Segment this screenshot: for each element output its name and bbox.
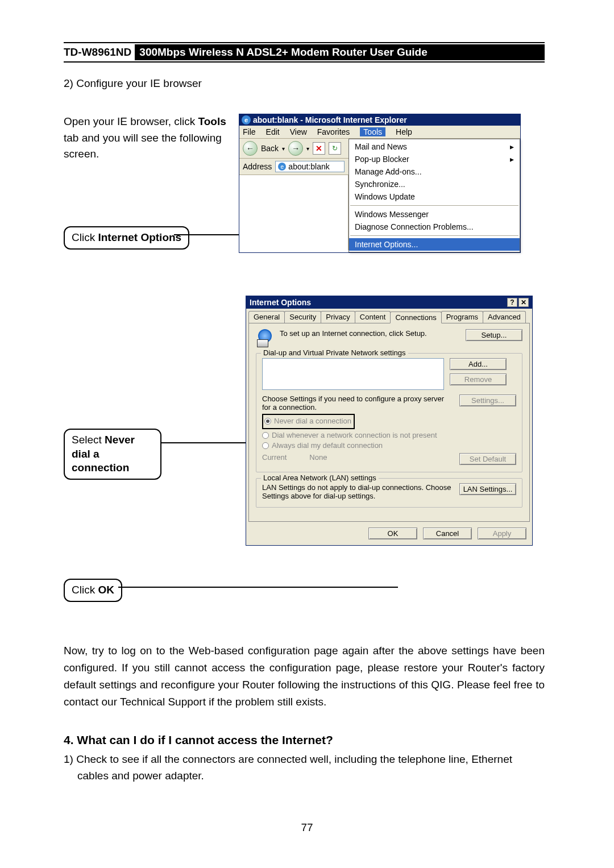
tools-sync[interactable]: Synchronize... xyxy=(349,178,520,190)
internet-options-dialog: Internet Options ? ✕ General Security Pr… xyxy=(246,296,533,546)
back-dropdown-icon[interactable]: ▾ xyxy=(282,146,285,152)
callout3-pre: Click xyxy=(72,584,98,596)
radio-never-label: Never dial a connection xyxy=(274,417,351,425)
radio-always-label: Always dial my default connection xyxy=(272,441,383,450)
menu-help[interactable]: Help xyxy=(396,127,412,136)
add-button[interactable]: Add... xyxy=(450,358,507,370)
back-label: Back xyxy=(261,144,279,153)
radio-always[interactable]: Always dial my default connection xyxy=(262,441,516,450)
io-title: Internet Options xyxy=(250,298,311,307)
callout-box-3: Click OK xyxy=(64,579,122,602)
io-setup-text: To set up an Internet connection, click … xyxy=(280,329,460,338)
forward-dropdown-icon[interactable]: ▾ xyxy=(306,146,309,152)
address-icon: e xyxy=(278,163,286,171)
back-button-icon[interactable]: ← xyxy=(243,141,258,156)
tools-diagnose-label: Diagnose Connection Problems... xyxy=(355,222,474,231)
radio-whenever[interactable]: Dial whenever a network connection is no… xyxy=(262,431,516,439)
tools-mail[interactable]: Mail and News ▸ xyxy=(349,140,520,153)
tab-general[interactable]: General xyxy=(248,311,285,323)
lan-fieldset: Local Area Network (LAN) settings LAN Se… xyxy=(256,478,522,508)
ie-titlebar: e about:blank - Microsoft Internet Explo… xyxy=(239,114,520,126)
current-value: None xyxy=(309,453,327,465)
io-titlebar: Internet Options ? ✕ xyxy=(246,296,532,309)
q4-heading: 4. What can I do if I cannot access the … xyxy=(64,733,545,747)
ie-logo-icon: e xyxy=(242,115,251,124)
tools-addons[interactable]: Manage Add-ons... xyxy=(349,165,520,178)
address-label: Address xyxy=(243,162,272,171)
connection-icon xyxy=(256,329,274,347)
tools-popup[interactable]: Pop-up Blocker ▸ xyxy=(349,153,520,165)
menu-tools[interactable]: Tools xyxy=(360,127,385,136)
callout-box-1: Click Internet Options xyxy=(64,226,189,250)
lan-settings-button[interactable]: LAN Settings... xyxy=(459,483,516,495)
stop-button-icon[interactable]: ✕ xyxy=(313,142,325,155)
callout3-bold: OK xyxy=(98,584,114,596)
tools-internet-options[interactable]: Internet Options... xyxy=(349,238,520,251)
intro-text: Open your IE browser, click Tools tab an… xyxy=(64,114,229,163)
dialup-fieldset: Dial-up and Virtual Private Network sett… xyxy=(256,353,522,472)
callout-never-dial: Select Never dial a connection xyxy=(64,429,161,480)
lan-text: LAN Settings do not apply to dial-up con… xyxy=(262,483,455,500)
dialup-list-buttons: Add... Remove xyxy=(450,358,507,390)
io-tabs: General Security Privacy Content Connect… xyxy=(246,309,532,323)
ie-title-text: about:blank - Microsoft Internet Explore… xyxy=(253,115,407,124)
setup-button[interactable]: Setup... xyxy=(466,329,522,341)
tools-update[interactable]: Windows Update xyxy=(349,190,520,203)
dialup-listbox[interactable] xyxy=(262,358,444,390)
address-input[interactable]: e about:blank xyxy=(275,161,345,172)
intro-rest: tab and you will see the following scree… xyxy=(64,132,222,160)
remove-button[interactable]: Remove xyxy=(450,373,507,385)
apply-button[interactable]: Apply xyxy=(478,528,526,539)
page-number: 77 xyxy=(0,821,614,834)
q4-prefix: 1) xyxy=(64,753,76,765)
step2-heading: 2) Configure your IE browser xyxy=(64,77,545,90)
ie-left-col: ← Back ▾ → ▾ ✕ ↻ Address e about:blank xyxy=(239,139,349,252)
callout1-bold: Internet Options xyxy=(98,231,181,243)
current-row: Current None Set Default xyxy=(262,453,516,465)
tab-security[interactable]: Security xyxy=(284,311,321,323)
io-setup-row: To set up an Internet connection, click … xyxy=(256,329,522,347)
header-title: 300Mbps Wireless N ADSL2+ Modem Router U… xyxy=(135,44,545,60)
radio-never-dial[interactable]: Never dial a connection xyxy=(264,417,351,425)
tools-diagnose[interactable]: Diagnose Connection Problems... xyxy=(349,221,520,233)
menu-edit[interactable]: Edit xyxy=(266,127,280,136)
tab-programs[interactable]: Programs xyxy=(441,311,483,323)
tab-connections[interactable]: Connections xyxy=(390,312,441,323)
choose-row: Choose Settings if you need to configure… xyxy=(262,394,516,412)
refresh-button-icon[interactable]: ↻ xyxy=(329,142,341,155)
set-default-button[interactable]: Set Default xyxy=(459,453,516,465)
callout-box-2: Select Never dial a connection xyxy=(64,429,161,480)
forward-button-icon[interactable]: → xyxy=(288,141,303,156)
submenu-arrow-icon: ▸ xyxy=(510,155,514,164)
tab-privacy[interactable]: Privacy xyxy=(321,311,355,323)
callout1-pre: Click xyxy=(72,231,98,243)
tools-messenger[interactable]: Windows Messenger xyxy=(349,208,520,221)
cancel-button[interactable]: Cancel xyxy=(423,528,472,539)
ie-toolbar: ← Back ▾ → ▾ ✕ ↻ xyxy=(239,139,349,159)
callout-ok: Click OK xyxy=(64,579,122,602)
dialog-buttons: OK Cancel Apply xyxy=(246,524,532,545)
menu-view[interactable]: View xyxy=(290,127,307,136)
ok-button[interactable]: OK xyxy=(368,528,417,539)
help-button-icon[interactable]: ? xyxy=(507,298,517,307)
header-bar: TD-W8961ND 300Mbps Wireless N ADSL2+ Mod… xyxy=(64,44,545,60)
tab-content[interactable]: Content xyxy=(355,311,391,323)
close-button-icon[interactable]: ✕ xyxy=(518,298,529,307)
tools-internet-options-label: Internet Options... xyxy=(355,240,418,249)
header-model: TD-W8961ND xyxy=(64,44,135,60)
ie-address-row: Address e about:blank xyxy=(239,159,349,175)
callout2-pre: Select xyxy=(72,434,105,446)
io-titlebar-buttons: ? ✕ xyxy=(507,298,529,307)
settings-button[interactable]: Settings... xyxy=(459,394,516,406)
tab-advanced[interactable]: Advanced xyxy=(483,311,526,323)
q4-item-1-text: Check to see if all the connectors are c… xyxy=(76,753,512,782)
connector-3 xyxy=(118,587,398,588)
never-dial-highlight: Never dial a connection xyxy=(262,414,355,429)
tools-separator-1 xyxy=(350,205,518,206)
menu-favorites[interactable]: Favorites xyxy=(317,127,350,136)
intro-tools-bold: Tools xyxy=(198,115,226,127)
dialup-top-row: Add... Remove xyxy=(262,358,516,390)
ie-window: e about:blank - Microsoft Internet Explo… xyxy=(239,114,521,253)
menu-file[interactable]: File xyxy=(243,127,256,136)
figure-ie-tools: Open your IE browser, click Tools tab an… xyxy=(64,114,545,273)
